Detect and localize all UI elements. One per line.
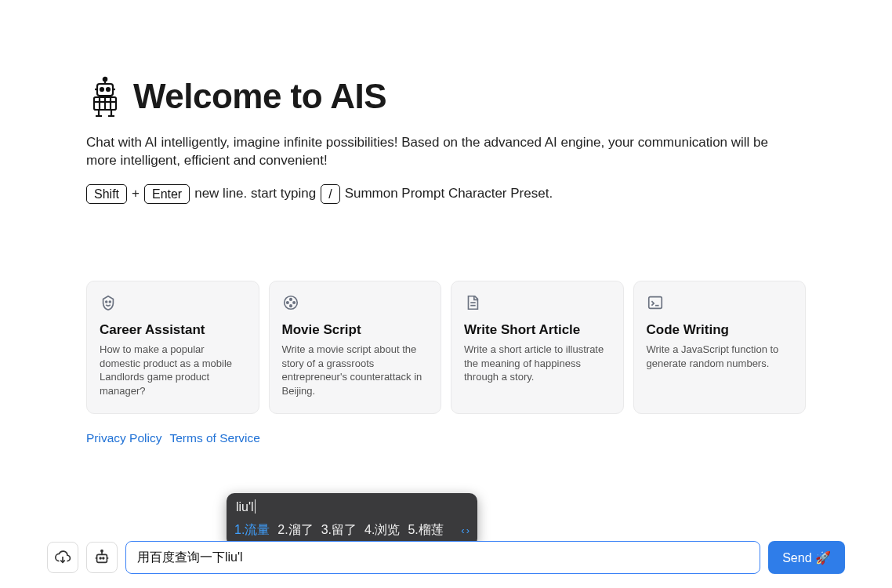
card-title: Career Assistant — [100, 322, 246, 338]
svg-point-19 — [289, 299, 291, 300]
svg-point-28 — [100, 557, 101, 559]
card-title: Write Short Article — [464, 322, 611, 338]
robot-preset-button[interactable] — [86, 542, 118, 573]
prompt-card-movie[interactable]: Movie Script Write a movie script about … — [269, 281, 442, 414]
ime-candidate-4[interactable]: 4.浏览 — [364, 522, 400, 539]
prompt-card-career[interactable]: Career Assistant How to make a popular d… — [86, 281, 259, 414]
svg-point-17 — [109, 301, 111, 303]
svg-rect-27 — [97, 554, 107, 562]
film-icon — [282, 294, 429, 311]
svg-point-4 — [107, 88, 110, 91]
document-icon — [464, 294, 611, 311]
send-label: Send 🚀 — [782, 550, 831, 565]
svg-point-16 — [106, 301, 107, 303]
prompt-card-code[interactable]: Code Writing Write a JavaScript function… — [633, 281, 807, 414]
card-desc: Write a JavaScript function to generate … — [647, 343, 793, 370]
chat-input[interactable] — [125, 541, 760, 574]
download-button[interactable] — [47, 542, 78, 573]
svg-point-22 — [289, 305, 291, 307]
ime-candidate-5[interactable]: 5.榴莲 — [408, 522, 443, 539]
page-subtitle: Chat with AI intelligently, imagine infi… — [86, 134, 776, 170]
ime-candidate-2[interactable]: 2.溜了 — [277, 522, 313, 539]
robot-small-icon — [93, 549, 111, 566]
cloud-download-icon — [54, 549, 71, 566]
kbd-slash: / — [321, 184, 339, 204]
svg-point-20 — [286, 302, 288, 303]
privacy-link[interactable]: Privacy Policy — [86, 431, 161, 445]
ime-candidate-1[interactable]: 1.流量 — [234, 522, 270, 539]
page-title: Welcome to AIS — [133, 77, 386, 116]
svg-point-0 — [103, 78, 107, 81]
svg-rect-25 — [648, 297, 662, 309]
prompt-card-article[interactable]: Write Short Article Write a short articl… — [451, 281, 624, 414]
ime-input-text: liu'l — [236, 500, 256, 514]
keyboard-hints: Shift + Enter new line. start typing / S… — [86, 184, 806, 204]
kbd-enter: Enter — [144, 184, 190, 204]
svg-point-31 — [101, 550, 103, 552]
face-icon — [100, 294, 246, 311]
svg-point-3 — [100, 88, 103, 91]
card-title: Movie Script — [282, 322, 429, 338]
card-desc: How to make a popular domestic product a… — [100, 343, 246, 397]
ime-candidate-3[interactable]: 3.留了 — [321, 522, 357, 539]
ime-prev-icon[interactable]: ‹ — [461, 524, 464, 536]
svg-point-29 — [103, 557, 104, 559]
code-icon — [647, 294, 793, 311]
card-desc: Write a short article to illustrate the … — [464, 343, 611, 384]
ime-panel: liu'l 1.流量 2.溜了 3.留了 4.浏览 5.榴莲 ‹ › — [227, 493, 477, 546]
kbd-shift: Shift — [86, 184, 127, 204]
card-title: Code Writing — [647, 322, 793, 338]
terms-link[interactable]: Terms of Service — [169, 431, 259, 445]
robot-icon — [86, 74, 124, 118]
send-button[interactable]: Send 🚀 — [768, 541, 845, 574]
svg-point-21 — [292, 302, 294, 303]
ime-next-icon[interactable]: › — [466, 524, 470, 536]
card-desc: Write a movie script about the story of … — [282, 343, 429, 397]
